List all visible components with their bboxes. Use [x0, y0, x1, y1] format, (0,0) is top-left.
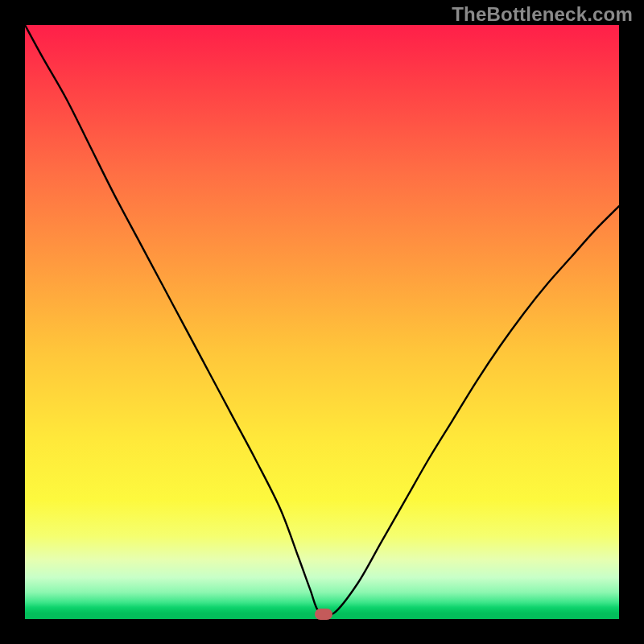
plot-area — [25, 25, 619, 619]
minimum-marker — [315, 609, 332, 620]
watermark-text: TheBottleneck.com — [452, 3, 633, 26]
curve-svg — [25, 25, 619, 619]
bottleneck-curve-path — [25, 25, 619, 616]
chart-frame: TheBottleneck.com — [0, 0, 644, 644]
